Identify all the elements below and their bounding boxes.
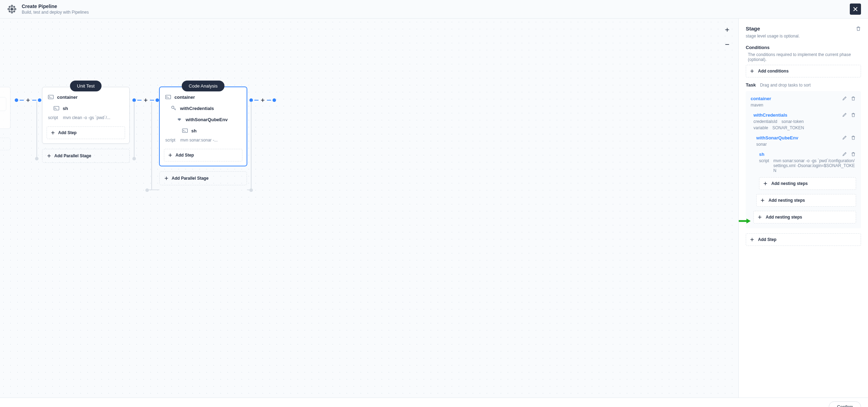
previous-add-parallel[interactable] (0, 138, 11, 150)
edit-icon[interactable] (842, 152, 847, 157)
connector (249, 97, 276, 103)
task-title: withSonarQubeEnv (756, 135, 798, 140)
svg-point-0 (11, 8, 13, 10)
step-container[interactable]: container (164, 91, 242, 103)
parallel-rail (251, 102, 252, 190)
svg-rect-22 (54, 106, 59, 110)
close-button[interactable] (850, 4, 861, 15)
previous-stage-inner (0, 97, 6, 111)
parallel-rail (134, 102, 135, 159)
add-step-button[interactable]: Add Step (164, 149, 242, 161)
task-title: withCredentials (753, 112, 787, 118)
parallel-connector-dot (145, 188, 149, 192)
wifi-icon (177, 117, 182, 122)
step-script: script mvn sonar:sonar -... (164, 136, 242, 146)
add-parallel-stage-button[interactable]: Add Parallel Stage (42, 149, 130, 163)
task-kv: scriptmvn sonar:sonar -o -gs `pwd`/confi… (759, 158, 856, 173)
add-nesting-steps-button[interactable]: Add nesting steps (753, 211, 856, 223)
add-stage-button[interactable] (143, 97, 149, 103)
stage-code-analysis[interactable]: Code Analysis container withCredentials … (159, 87, 247, 185)
delete-stage-button[interactable] (856, 26, 861, 31)
step-container[interactable]: container (47, 91, 125, 103)
page-title: Create Pipeline (22, 4, 850, 9)
parallel-rail (151, 102, 152, 190)
step-with-sonar[interactable]: withSonarQubeEnv (164, 114, 242, 125)
parallel-rail (36, 102, 37, 159)
svg-point-3 (8, 8, 9, 10)
parallel-rail (247, 189, 252, 190)
terminal-icon (165, 94, 171, 100)
edit-icon[interactable] (842, 135, 847, 140)
trash-icon[interactable] (851, 135, 856, 140)
task-with-sonar[interactable]: withSonarQubeEnv sonar sh (756, 135, 856, 207)
task-kv: variableSONAR_TOKEN (753, 125, 856, 130)
conditions-description: The conditions required to implement the… (748, 52, 861, 62)
svg-rect-20 (48, 95, 54, 99)
page-header: Create Pipeline Build, test and deploy w… (0, 0, 868, 19)
trash-icon[interactable] (851, 96, 856, 101)
stage-detail-panel: Stage stage level usage is optional. Con… (738, 19, 868, 398)
task-value: maven (751, 103, 856, 108)
add-nesting-steps-button[interactable]: Add nesting steps (759, 177, 856, 190)
add-stage-button[interactable] (25, 97, 31, 103)
svg-point-8 (14, 11, 15, 12)
svg-point-5 (9, 6, 10, 7)
stage-pill[interactable]: Code Analysis (182, 81, 225, 91)
task-kv: credentialsIdsonar-token (753, 119, 856, 124)
pipeline-canvas[interactable]: Unit Test container sh script mvn clean … (0, 19, 738, 398)
footer: Confirm (0, 398, 868, 407)
add-parallel-stage-button[interactable]: Add Parallel Stage (159, 171, 247, 185)
svg-point-6 (14, 6, 15, 7)
stage-unit-test[interactable]: Unit Test container sh script mvn clean … (42, 87, 130, 163)
step-with-credentials[interactable]: withCredentials (164, 103, 242, 114)
key-icon (171, 105, 177, 111)
task-title: container (751, 96, 771, 101)
step-script: script mvn clean -o -gs `pwd`/... (47, 114, 125, 124)
svg-rect-35 (182, 129, 188, 133)
terminal-icon (48, 94, 54, 100)
task-sh[interactable]: sh scriptmvn sonar:sonar -o -gs `pwd`/co… (759, 152, 856, 190)
trash-icon[interactable] (851, 152, 856, 157)
task-with-credentials[interactable]: withCredentials credentialsIdsonar-token… (753, 112, 856, 223)
svg-line-34 (175, 109, 175, 109)
panel-description: stage level usage is optional. (746, 34, 861, 39)
step-sh[interactable]: sh (164, 125, 242, 136)
task-title: sh (759, 152, 764, 157)
task-heading: Task (746, 82, 756, 88)
svg-point-4 (14, 8, 16, 10)
panel-heading: Stage (746, 26, 760, 32)
confirm-button[interactable]: Confirm (829, 401, 861, 407)
svg-point-7 (9, 11, 10, 12)
svg-point-2 (11, 12, 13, 13)
conditions-heading: Conditions (746, 45, 770, 50)
svg-point-32 (172, 106, 174, 109)
step-sh[interactable]: sh (47, 103, 125, 114)
edit-icon[interactable] (842, 96, 847, 101)
task-container[interactable]: container maven withCredentials (746, 91, 861, 228)
annotation-arrow-icon (738, 219, 751, 223)
add-conditions-button[interactable]: Add conditions (746, 65, 861, 77)
task-description: Drag and drop tasks to sort (760, 83, 811, 88)
terminal-icon (182, 128, 188, 133)
add-step-button[interactable]: Add Step (47, 126, 125, 139)
task-value: sonar (756, 142, 856, 147)
stage-pill[interactable]: Unit Test (70, 81, 102, 91)
edit-icon[interactable] (842, 112, 847, 118)
pipeline-logo-icon (7, 4, 17, 14)
zoom-out-button[interactable] (723, 40, 731, 49)
add-stage-button[interactable] (260, 97, 266, 103)
terminal-icon (54, 105, 59, 111)
svg-point-1 (11, 5, 13, 7)
trash-icon[interactable] (851, 112, 856, 118)
svg-rect-30 (166, 95, 171, 99)
page-subtitle: Build, test and deploy with Pipelines (22, 10, 850, 15)
add-nesting-steps-button[interactable]: Add nesting steps (756, 194, 856, 207)
connector (132, 97, 159, 103)
zoom-in-button[interactable] (723, 26, 731, 34)
add-step-button[interactable]: Add Step (746, 233, 861, 246)
connector (15, 97, 41, 103)
parallel-rail (147, 189, 159, 190)
